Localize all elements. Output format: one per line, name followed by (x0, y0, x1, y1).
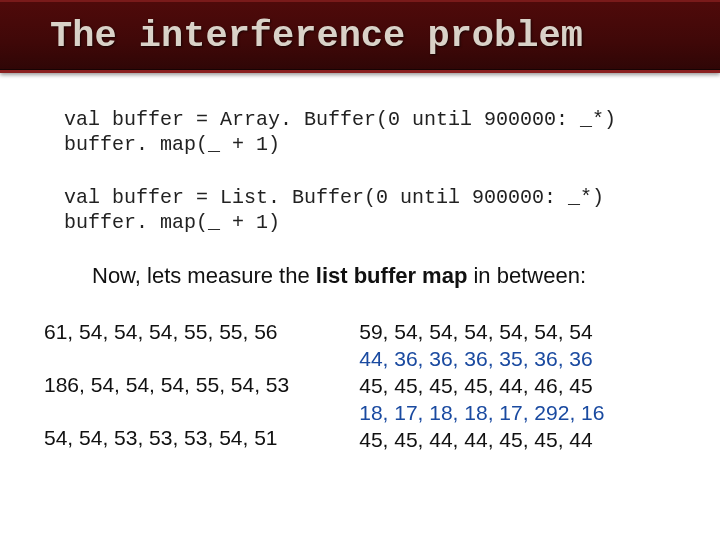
subhead-text: in between: (467, 263, 586, 288)
slide: The interference problem val buffer = Ar… (0, 0, 720, 540)
code-block-1: val buffer = Array. Buffer(0 until 90000… (64, 107, 676, 157)
data-row-highlight: 18, 17, 18, 18, 17, 292, 16 (359, 400, 604, 427)
data-row: 45, 45, 45, 45, 44, 46, 45 (359, 373, 604, 400)
data-row: 59, 54, 54, 54, 54, 54, 54 (359, 319, 604, 346)
left-column: 61, 54, 54, 54, 55, 55, 56 186, 54, 54, … (44, 319, 289, 453)
code-line: val buffer = Array. Buffer(0 until 90000… (64, 108, 616, 131)
subhead-bold: list buffer map (316, 263, 468, 288)
spacer (44, 346, 289, 372)
slide-body: val buffer = Array. Buffer(0 until 90000… (0, 73, 720, 453)
subhead-text: Now, lets measure the (92, 263, 316, 288)
spacer (44, 399, 289, 425)
code-block-2: val buffer = List. Buffer(0 until 900000… (64, 185, 676, 235)
data-row: 54, 54, 53, 53, 53, 54, 51 (44, 425, 289, 452)
data-columns: 61, 54, 54, 54, 55, 55, 56 186, 54, 54, … (44, 319, 676, 453)
slide-title: The interference problem (50, 15, 583, 57)
code-line: buffer. map(_ + 1) (64, 133, 280, 156)
code-line: buffer. map(_ + 1) (64, 211, 280, 234)
data-row: 45, 45, 44, 44, 45, 45, 44 (359, 427, 604, 454)
data-row-highlight: 44, 36, 36, 36, 35, 36, 36 (359, 346, 604, 373)
right-column: 59, 54, 54, 54, 54, 54, 54 44, 36, 36, 3… (359, 319, 604, 453)
subheading: Now, lets measure the list buffer map in… (92, 263, 676, 289)
title-bar: The interference problem (0, 0, 720, 73)
data-row: 61, 54, 54, 54, 55, 55, 56 (44, 319, 289, 346)
code-line: val buffer = List. Buffer(0 until 900000… (64, 186, 604, 209)
data-row: 186, 54, 54, 54, 55, 54, 53 (44, 372, 289, 399)
